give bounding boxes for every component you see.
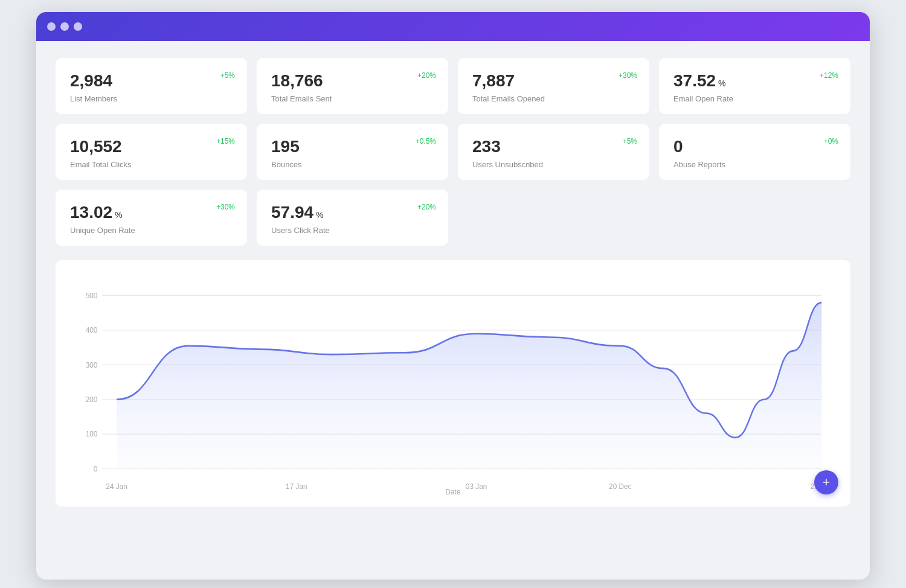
stat-change: +5% xyxy=(623,137,637,145)
stat-change: +30% xyxy=(618,71,637,80)
stat-value: 195 xyxy=(271,137,434,156)
fab-button[interactable]: + xyxy=(814,470,838,494)
stat-value: 2,984 xyxy=(70,71,233,91)
stat-value: 18,766 xyxy=(271,71,434,91)
svg-text:17 Jan: 17 Jan xyxy=(286,482,307,491)
stat-card: 2,984List Members+5% xyxy=(56,58,247,114)
stat-change: +20% xyxy=(417,71,436,80)
traffic-light-green[interactable] xyxy=(74,22,82,31)
stat-card: 10,552Email Total Clicks+15% xyxy=(56,124,247,180)
stat-change: +0% xyxy=(824,137,838,145)
app-window: 2,984List Members+5%18,766Total Emails S… xyxy=(36,12,870,580)
stat-card-placeholder xyxy=(659,190,850,246)
stat-card: 7,887Total Emails Opened+30% xyxy=(458,58,649,114)
chart-area: 010020030040050024 Jan17 Jan03 Jan20 Dec… xyxy=(72,289,834,494)
svg-text:300: 300 xyxy=(86,360,98,369)
stat-change: +15% xyxy=(216,137,235,145)
stat-change: +12% xyxy=(820,71,838,80)
svg-text:Date: Date xyxy=(446,488,461,494)
stat-card-placeholder xyxy=(458,190,649,246)
stat-value: 57.94 % xyxy=(271,203,434,222)
stat-value: 10,552 xyxy=(70,137,233,156)
stat-label: Users Unsubscribed xyxy=(472,160,635,169)
stat-change: +0.5% xyxy=(416,137,436,145)
chart-container: 010020030040050024 Jan17 Jan03 Jan20 Dec… xyxy=(56,260,850,507)
stat-label: Bounces xyxy=(271,160,434,169)
stat-label: List Members xyxy=(70,94,233,103)
svg-text:500: 500 xyxy=(86,291,98,300)
stat-value: 0 xyxy=(673,137,836,156)
stat-label: Email Open Rate xyxy=(673,94,836,103)
stat-change: +30% xyxy=(216,203,235,211)
stat-change: +20% xyxy=(417,203,436,211)
stat-card: 233Users Unsubscribed+5% xyxy=(458,124,649,180)
traffic-light-red[interactable] xyxy=(47,22,56,31)
titlebar xyxy=(36,12,870,41)
stat-label: Total Emails Opened xyxy=(472,94,635,103)
chart-svg: 010020030040050024 Jan17 Jan03 Jan20 Dec… xyxy=(72,289,834,494)
svg-text:400: 400 xyxy=(86,326,98,335)
svg-text:03 Jan: 03 Jan xyxy=(466,482,487,491)
stat-card: 195Bounces+0.5% xyxy=(257,124,448,180)
svg-text:100: 100 xyxy=(86,430,98,439)
stat-card: 0Abuse Reports+0% xyxy=(659,124,850,180)
stat-card: 13.02 %Unique Open Rate+30% xyxy=(56,190,247,246)
stats-row-1: 2,984List Members+5%18,766Total Emails S… xyxy=(56,58,850,114)
stat-label: Total Emails Sent xyxy=(271,94,434,103)
stat-value: 13.02 % xyxy=(70,203,233,222)
stat-card: 57.94 %Users Click Rate+20% xyxy=(257,190,448,246)
stat-value: 7,887 xyxy=(472,71,635,91)
stat-card: 18,766Total Emails Sent+20% xyxy=(257,58,448,114)
stats-row-3: 13.02 %Unique Open Rate+30%57.94 %Users … xyxy=(56,190,850,246)
svg-text:20 Dec: 20 Dec xyxy=(609,482,631,491)
stat-label: Abuse Reports xyxy=(673,160,836,169)
svg-text:24 Jan: 24 Jan xyxy=(106,482,127,491)
svg-text:200: 200 xyxy=(86,395,98,404)
main-content: 2,984List Members+5%18,766Total Emails S… xyxy=(36,41,870,523)
stat-label: Email Total Clicks xyxy=(70,160,233,169)
stat-label: Users Click Rate xyxy=(271,226,434,235)
stat-value: 233 xyxy=(472,137,635,156)
stat-card: 37.52 %Email Open Rate+12% xyxy=(659,58,850,114)
stat-value: 37.52 % xyxy=(673,71,836,91)
stats-row-2: 10,552Email Total Clicks+15%195Bounces+0… xyxy=(56,124,850,180)
stat-change: +5% xyxy=(220,71,235,80)
svg-text:0: 0 xyxy=(94,464,98,473)
traffic-light-yellow[interactable] xyxy=(60,22,69,31)
stat-label: Unique Open Rate xyxy=(70,226,233,235)
